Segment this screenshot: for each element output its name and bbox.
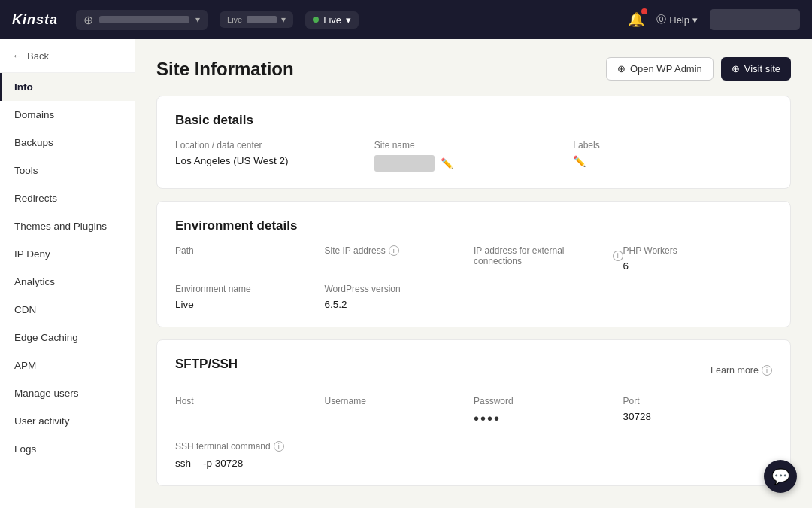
port-value: 30728	[623, 411, 761, 422]
wp-version-value: 6.5.2	[325, 299, 474, 310]
sftp-grid: Host Username Password •••• Port 30728	[175, 396, 772, 426]
page-title: Site Information	[156, 59, 294, 80]
labels-value: ✏️	[573, 155, 757, 167]
chat-icon: 💬	[771, 467, 790, 485]
site-selector[interactable]: ⊕ ▾	[76, 10, 208, 30]
page-header: Site Information ⊕ Open WP Admin ⊕ Visit…	[156, 57, 791, 81]
wp-version-col: WordPress version 6.5.2	[325, 284, 474, 310]
help-menu[interactable]: ⓪ Help ▾	[656, 13, 698, 26]
sidebar-item-analytics[interactable]: Analytics	[0, 268, 135, 296]
labels-edit-icon[interactable]: ✏️	[573, 155, 586, 167]
env-live-label: Live	[323, 14, 341, 26]
env-name-col: Environment name Live	[175, 284, 325, 310]
env-status[interactable]: Live ▾	[305, 11, 359, 29]
help-label: Help	[669, 14, 689, 26]
ssh-cmd-part2: -p 30728	[203, 458, 243, 469]
sidebar: ← Back Info Domains Backups Tools Redire…	[0, 39, 135, 508]
help-circle-icon: ⓪	[656, 13, 666, 26]
env-switcher[interactable]: Live ▾	[220, 11, 293, 28]
php-workers-col: PHP Workers 6	[623, 245, 773, 272]
ext-ip-label: IP address for external connections i	[474, 245, 623, 266]
labels-label: Labels	[573, 140, 757, 151]
username-col: Username	[325, 396, 474, 426]
sidebar-item-apm[interactable]: APM	[0, 351, 135, 379]
visit-site-button[interactable]: ⊕ Visit site	[721, 57, 791, 81]
sftp-header: SFTP/SSH Learn more i	[175, 357, 772, 384]
basic-details-grid: Location / data center Los Angeles (US W…	[175, 140, 772, 172]
learn-more-link[interactable]: Learn more i	[710, 365, 772, 376]
environment-details-title: Environment details	[175, 218, 772, 233]
main-content: Site Information ⊕ Open WP Admin ⊕ Visit…	[135, 39, 812, 508]
top-navigation: Kinsta ⊕ ▾ Live ▾ Live ▾ 🔔 ⓪ Help ▾	[0, 0, 812, 39]
kinsta-logo: Kinsta	[12, 12, 58, 28]
wp-version-label: WordPress version	[325, 284, 474, 294]
host-label: Host	[175, 396, 313, 406]
basic-details-card: Basic details Location / data center Los…	[156, 96, 791, 189]
learn-more-icon: i	[762, 365, 772, 376]
site-ip-col: Site IP address i	[325, 245, 474, 272]
ext-ip-info-icon[interactable]: i	[613, 251, 623, 261]
sidebar-item-edge-caching[interactable]: Edge Caching	[0, 324, 135, 351]
site-name-bar	[374, 155, 435, 172]
wp-icon: ⊕	[83, 13, 93, 27]
location-value: Los Angeles (US West 2)	[175, 155, 359, 166]
sidebar-item-logs[interactable]: Logs	[0, 435, 135, 463]
env-name-label: Environment name	[175, 284, 325, 294]
labels-col: Labels ✏️	[573, 140, 772, 172]
php-workers-value: 6	[623, 260, 773, 272]
password-value: ••••	[474, 411, 611, 426]
sidebar-item-ip-deny[interactable]: IP Deny	[0, 240, 135, 268]
php-workers-label: PHP Workers	[623, 245, 773, 256]
environment-row2: Environment name Live WordPress version …	[175, 284, 772, 310]
env-name-value: Live	[175, 299, 325, 310]
ssh-terminal-label: SSH terminal command i	[175, 441, 772, 452]
sidebar-item-user-activity[interactable]: User activity	[0, 407, 135, 435]
env-switcher-label: Live	[227, 15, 242, 24]
wp-admin-icon: ⊕	[617, 63, 626, 75]
site-selector-chevron: ▾	[195, 14, 200, 25]
site-name-bar	[99, 16, 189, 23]
sidebar-item-info[interactable]: Info	[0, 73, 135, 101]
sidebar-item-tools[interactable]: Tools	[0, 157, 135, 184]
user-menu[interactable]	[710, 9, 800, 30]
path-col: Path	[175, 245, 325, 272]
site-name-label: Site name	[374, 140, 559, 151]
port-col: Port 30728	[623, 396, 773, 426]
sidebar-item-backups[interactable]: Backups	[0, 129, 135, 157]
ext-ip-col: IP address for external connections i	[474, 245, 623, 272]
environment-details-card: Environment details Path Site IP address…	[156, 201, 791, 327]
sftp-title: SFTP/SSH	[175, 357, 238, 372]
notifications-bell[interactable]: 🔔	[628, 11, 644, 28]
password-col: Password ••••	[474, 396, 623, 426]
ssh-section: SSH terminal command i ssh -p 30728	[175, 441, 772, 469]
env-chevron: ▾	[281, 14, 286, 25]
sidebar-item-domains[interactable]: Domains	[0, 101, 135, 129]
env-live-chevron: ▾	[346, 14, 351, 26]
back-button[interactable]: ← Back	[0, 39, 135, 73]
notification-badge	[641, 8, 647, 14]
site-name-edit-icon[interactable]: ✏️	[441, 157, 453, 169]
password-label: Password	[474, 396, 611, 406]
ssh-info-icon[interactable]: i	[274, 441, 284, 452]
env-live-dot	[313, 17, 319, 23]
basic-details-title: Basic details	[175, 113, 772, 128]
sidebar-item-redirects[interactable]: Redirects	[0, 184, 135, 212]
location-col: Location / data center Los Angeles (US W…	[175, 140, 374, 172]
host-col: Host	[175, 396, 325, 426]
sidebar-item-manage-users[interactable]: Manage users	[0, 379, 135, 407]
env-bar	[247, 16, 277, 23]
site-ip-info-icon[interactable]: i	[389, 245, 399, 256]
site-name-col: Site name ✏️	[374, 140, 574, 172]
visit-site-icon: ⊕	[732, 63, 740, 75]
ssh-cmd-part1: ssh	[175, 458, 191, 469]
sidebar-item-cdn[interactable]: CDN	[0, 296, 135, 324]
path-label: Path	[175, 245, 325, 256]
username-label: Username	[325, 396, 462, 406]
location-label: Location / data center	[175, 140, 359, 151]
page-header-actions: ⊕ Open WP Admin ⊕ Visit site	[606, 57, 791, 81]
open-wp-admin-button[interactable]: ⊕ Open WP Admin	[606, 57, 714, 81]
sidebar-item-themes-plugins[interactable]: Themes and Plugins	[0, 212, 135, 240]
help-chevron: ▾	[692, 14, 698, 26]
chat-button[interactable]: 💬	[764, 460, 797, 493]
port-label: Port	[623, 396, 761, 406]
